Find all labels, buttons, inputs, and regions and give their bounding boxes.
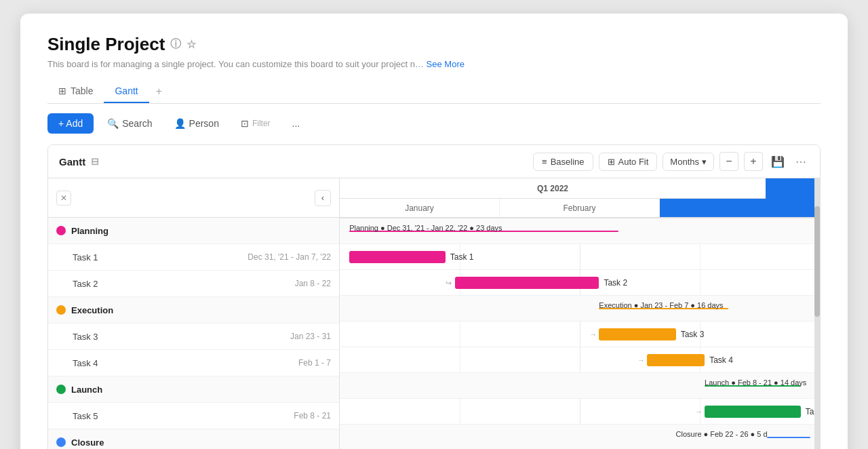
task-2-bar-label: Task 2 xyxy=(604,278,627,288)
time-header: Q1 2022 January February xyxy=(340,178,820,218)
task-5-bar[interactable] xyxy=(705,406,801,418)
execution-dot xyxy=(56,305,66,315)
save-icon[interactable]: 💾 xyxy=(768,153,787,171)
tab-table[interactable]: ⊞ Table xyxy=(47,80,104,103)
task-3-name: Task 3 xyxy=(73,332,98,342)
zoom-in-button[interactable]: + xyxy=(744,152,763,171)
timeline-task-3: → Task 3 xyxy=(340,321,820,347)
auto-fit-icon: ⊞ xyxy=(608,157,615,167)
page-description: This board is for managing a single proj… xyxy=(47,59,821,69)
page-title-text: Single Project xyxy=(47,34,165,55)
task-row-1: Task 1 Dec 31, '21 - Jan 7, '22 xyxy=(48,244,339,271)
more-button[interactable]: ... xyxy=(284,114,309,133)
task-3-bar[interactable] xyxy=(599,328,675,340)
q1-row: Q1 2022 xyxy=(340,178,820,199)
task-3-connector: → xyxy=(589,330,597,338)
filter-icon: ⊡ xyxy=(241,118,249,129)
months-row: January February xyxy=(340,199,820,218)
timeline-group-launch: Launch ● Feb 8 - 21 ● 14 days xyxy=(340,373,820,399)
q1-highlight xyxy=(766,178,820,199)
filter-button[interactable]: ⊡ Filter xyxy=(233,114,279,133)
gantt-header-bar: Gantt ⊟ ≡ Baseline ⊞ Auto Fit Months ▾ −… xyxy=(48,145,820,178)
table-tab-icon: ⊞ xyxy=(58,85,66,96)
gantt-title: Gantt xyxy=(59,156,85,168)
search-icon: 🔍 xyxy=(107,118,119,129)
gantt-left-panel: ✕ ‹ Planning Task 1 Dec 31, '21 - Jan 7,… xyxy=(48,178,340,449)
task-1-name: Task 1 xyxy=(73,252,98,262)
month-february: February xyxy=(500,199,660,217)
task-4-bar-label: Task 4 xyxy=(709,355,733,365)
scrollbar-track xyxy=(814,178,820,449)
group-row-execution: Execution xyxy=(48,297,339,324)
task-4-name: Task 4 xyxy=(73,358,98,368)
planning-bar-label: Planning ● Dec 31, '21 - Jan 22, '22 ● 2… xyxy=(349,224,502,232)
timeline-task-4: → Task 4 xyxy=(340,347,820,373)
add-button[interactable]: + Add xyxy=(47,113,94,134)
group-cell-planning: Planning xyxy=(48,218,340,243)
auto-fit-button[interactable]: ⊞ Auto Fit xyxy=(599,153,658,171)
launch-name: Launch xyxy=(71,385,102,395)
group-row-planning: Planning xyxy=(48,218,339,244)
scrollbar-thumb[interactable] xyxy=(814,206,820,317)
task-5-name: Task 5 xyxy=(73,411,98,421)
closure-dot xyxy=(56,437,66,447)
closure-name: Closure xyxy=(71,437,104,448)
task-cell-4: Task 4 Feb 1 - 7 xyxy=(48,350,340,376)
task-5-date: Feb 8 - 21 xyxy=(294,411,331,421)
closure-summary-bar[interactable] xyxy=(767,437,810,438)
group-cell-execution: Execution xyxy=(48,297,340,323)
task-3-date: Jan 23 - 31 xyxy=(290,332,331,341)
baseline-button[interactable]: ≡ Baseline xyxy=(533,153,593,171)
task-2-connector: ↪ xyxy=(446,278,452,287)
task-1-bar[interactable] xyxy=(349,251,446,263)
star-icon[interactable]: ☆ xyxy=(186,38,196,51)
group-row-closure: Closure xyxy=(48,429,339,449)
gantt-controls: ≡ Baseline ⊞ Auto Fit Months ▾ − + 💾 ⋯ xyxy=(533,152,809,171)
see-more-link[interactable]: See More xyxy=(427,59,465,69)
left-header: ✕ ‹ xyxy=(48,178,339,218)
task-cell-3: Task 3 Jan 23 - 31 xyxy=(48,324,340,349)
gantt-body: ✕ ‹ Planning Task 1 Dec 31, '21 - Jan 7,… xyxy=(48,178,820,449)
info-icon[interactable]: ⓘ xyxy=(170,37,181,52)
gantt-container: Gantt ⊟ ≡ Baseline ⊞ Auto Fit Months ▾ −… xyxy=(47,144,821,449)
timeline-group-execution: Execution ● Jan 23 - Feb 7 ● 16 days xyxy=(340,296,820,321)
task-2-date: Jan 8 - 22 xyxy=(295,279,331,288)
task-1-date: Dec 31, '21 - Jan 7, '22 xyxy=(248,252,331,262)
group-row-launch: Launch xyxy=(48,376,339,403)
q1-label: Q1 2022 xyxy=(340,184,766,193)
task-4-bar[interactable] xyxy=(647,354,705,366)
task-2-name: Task 2 xyxy=(73,279,98,289)
chevron-down-icon: ▾ xyxy=(702,157,707,167)
month-january: January xyxy=(340,199,500,217)
timeline-rows: Planning ● Dec 31, '21 - Jan 22, '22 ● 2… xyxy=(340,218,820,449)
gantt-filter-icon[interactable]: ⊟ xyxy=(91,156,99,167)
task-2-bar[interactable] xyxy=(455,277,599,289)
collapse-button[interactable]: ✕ xyxy=(56,191,71,206)
gantt-right-panel: Q1 2022 January February xyxy=(340,178,820,449)
left-nav-button[interactable]: ‹ xyxy=(315,190,331,206)
task-cell-1: Task 1 Dec 31, '21 - Jan 7, '22 xyxy=(48,244,340,270)
person-button[interactable]: 👤 Person xyxy=(166,114,227,133)
add-tab-btn[interactable]: + xyxy=(149,80,169,103)
task-cell-2: Task 2 Jan 8 - 22 xyxy=(48,271,340,296)
app-window: Single Project ⓘ ☆ This board is for man… xyxy=(20,14,848,449)
task-1-bar-label: Task 1 xyxy=(450,252,474,262)
task-row-5: Task 5 Feb 8 - 21 xyxy=(48,403,339,429)
months-dropdown[interactable]: Months ▾ xyxy=(663,153,714,171)
person-icon: 👤 xyxy=(174,118,186,129)
gantt-title-area: Gantt ⊟ xyxy=(59,156,99,168)
zoom-out-button[interactable]: − xyxy=(719,152,738,171)
page-header: Single Project ⓘ ☆ This board is for man… xyxy=(47,34,821,69)
planning-dot xyxy=(56,226,66,235)
task-row-2: Task 2 Jan 8 - 22 xyxy=(48,271,339,297)
timeline-task-1: Task 1 xyxy=(340,244,820,270)
group-cell-closure: Closure xyxy=(48,429,340,449)
task-5-connector: → xyxy=(695,408,703,416)
tabs-row: ⊞ Table Gantt + xyxy=(47,80,821,104)
more-options-icon[interactable]: ⋯ xyxy=(793,153,809,171)
search-button[interactable]: 🔍 Search xyxy=(99,114,160,133)
toolbar: + Add 🔍 Search 👤 Person ⊡ Filter ... xyxy=(47,113,821,134)
task-4-connector: → xyxy=(637,356,645,364)
tab-gantt[interactable]: Gantt xyxy=(104,80,149,103)
task-cell-5: Task 5 Feb 8 - 21 xyxy=(48,403,340,429)
